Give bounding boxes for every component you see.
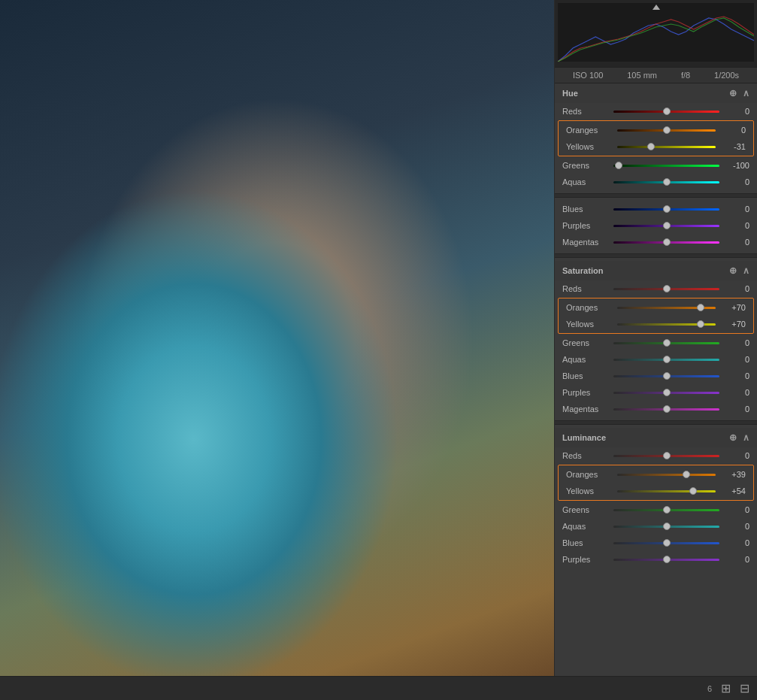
sat-oranges-label: Oranges (566, 303, 613, 312)
sat-reds-track[interactable] (613, 283, 719, 295)
hue-highlight-box: Oranges 0 Yellows -31 (558, 120, 754, 156)
focal-label: 105 mm (627, 71, 657, 80)
aperture-label: f/8 (681, 71, 690, 80)
hue-aquas-track[interactable] (613, 176, 719, 188)
lum-yellows-label: Yellows (566, 486, 613, 495)
sat-magentas-row: Magentas 0 (555, 401, 757, 417)
sat-reds-value: 0 (724, 284, 749, 293)
sat-purples-track[interactable] (613, 386, 719, 398)
sat-aquas-track[interactable] (613, 353, 719, 365)
photo-content (0, 0, 554, 676)
hue-collapse-icon[interactable]: ∧ (743, 88, 749, 98)
sat-yellows-row: Yellows +70 (559, 316, 753, 332)
lum-section-header: Luminance ⊕ ∧ (555, 428, 757, 447)
hue-oranges-value: 0 (720, 126, 746, 135)
right-panel[interactable]: ISO 100 105 mm f/8 1/200s Hue ⊕ ∧ Reds 0 (554, 0, 757, 676)
hue-magentas-label: Magentas (562, 238, 609, 247)
sat-blues-track[interactable] (613, 370, 719, 382)
sat-highlight-box: Oranges +70 Yellows +70 (558, 298, 754, 334)
lum-blues-track[interactable] (613, 537, 719, 549)
hue-purples-row: Purples 0 (555, 217, 757, 234)
lum-greens-value: 0 (724, 505, 749, 514)
lum-reds-label: Reds (562, 451, 609, 460)
hue-yellows-value: -31 (720, 142, 746, 151)
sat-greens-track[interactable] (613, 337, 719, 349)
sat-greens-value: 0 (724, 338, 749, 347)
hue-reds-track[interactable] (613, 105, 719, 117)
grid-view-icon[interactable]: ⊞ (721, 681, 731, 695)
lum-target-icon[interactable]: ⊕ (729, 432, 737, 443)
sat-aquas-row: Aquas 0 (555, 351, 757, 368)
hue-blues-value: 0 (724, 205, 749, 214)
sat-oranges-value: +70 (720, 303, 746, 312)
hue-yellows-track[interactable] (617, 141, 716, 153)
lum-oranges-row: Oranges +39 (559, 466, 753, 483)
lum-oranges-label: Oranges (566, 470, 613, 479)
lum-oranges-value: +39 (720, 470, 746, 479)
lum-yellows-track[interactable] (617, 485, 716, 497)
sat-aquas-label: Aquas (562, 355, 609, 364)
hue-blues-label: Blues (562, 205, 609, 214)
sat-target-icon[interactable]: ⊕ (729, 265, 737, 276)
lum-aquas-track[interactable] (613, 520, 719, 532)
lum-purples-track[interactable] (613, 553, 719, 565)
lum-label: Luminance (562, 433, 606, 442)
hue-magentas-value: 0 (724, 238, 749, 247)
histogram-peak-indicator (653, 5, 660, 10)
hue-greens-track[interactable] (613, 159, 719, 171)
hue-reds-row: Reds 0 (555, 103, 757, 120)
hue-purples-track[interactable] (613, 220, 719, 232)
lum-aquas-row: Aquas 0 (555, 518, 757, 535)
lum-collapse-icon[interactable]: ∧ (743, 432, 749, 443)
lum-greens-track[interactable] (613, 504, 719, 516)
hue-target-icon[interactable]: ⊕ (729, 88, 737, 98)
sat-blues-value: 0 (724, 371, 749, 380)
lum-oranges-track[interactable] (617, 468, 716, 480)
lum-icons: ⊕ ∧ (729, 432, 749, 443)
hue-section-header: Hue ⊕ ∧ (555, 83, 757, 103)
split-view-icon[interactable]: ⊟ (740, 681, 749, 695)
sat-yellows-track[interactable] (617, 318, 716, 330)
sat-oranges-track[interactable] (617, 302, 716, 314)
shutter-label: 1/200s (714, 71, 739, 80)
sat-yellows-label: Yellows (566, 320, 613, 329)
sat-purples-value: 0 (724, 388, 749, 397)
lum-purples-value: 0 (724, 555, 749, 564)
hue-oranges-track[interactable] (617, 124, 716, 136)
sat-aquas-value: 0 (724, 355, 749, 364)
hue-magentas-row: Magentas 0 (555, 234, 757, 250)
hue-greens-label: Greens (562, 161, 609, 170)
sat-yellows-value: +70 (720, 320, 746, 329)
hue-reds-value: 0 (724, 107, 749, 116)
sat-purples-row: Purples 0 (555, 384, 757, 401)
iso-label: ISO 100 (573, 71, 603, 80)
hue-yellows-label: Yellows (566, 142, 613, 151)
sat-blues-row: Blues 0 (555, 368, 757, 384)
sat-magentas-track[interactable] (613, 403, 719, 415)
meta-bar: ISO 100 105 mm f/8 1/200s (555, 68, 757, 83)
lum-blues-label: Blues (562, 538, 609, 547)
photo-bg (0, 0, 554, 676)
hue-greens-row: Greens -100 (555, 157, 757, 174)
hue-greens-value: -100 (724, 161, 749, 170)
hue-blues-track[interactable] (613, 203, 719, 215)
sat-reds-label: Reds (562, 284, 609, 293)
lum-greens-label: Greens (562, 505, 609, 514)
lum-aquas-label: Aquas (562, 522, 609, 531)
photo-panel (0, 0, 554, 676)
hue-icons: ⊕ ∧ (729, 88, 749, 98)
lum-blues-value: 0 (724, 538, 749, 547)
lum-aquas-value: 0 (724, 522, 749, 531)
histogram-area (555, 0, 757, 68)
sat-purples-label: Purples (562, 388, 609, 397)
sat-reds-row: Reds 0 (555, 280, 757, 297)
hue-blues-row: Blues 0 (555, 201, 757, 217)
hue-aquas-row: Aquas 0 (555, 174, 757, 190)
sat-collapse-icon[interactable]: ∧ (743, 265, 749, 276)
hue-purples-label: Purples (562, 221, 609, 230)
hue-magentas-track[interactable] (613, 236, 719, 248)
hue-oranges-label: Oranges (566, 126, 613, 135)
lum-reds-track[interactable] (613, 450, 719, 462)
lum-top-divider (555, 420, 757, 425)
hue-yellows-row: Yellows -31 (559, 138, 753, 155)
